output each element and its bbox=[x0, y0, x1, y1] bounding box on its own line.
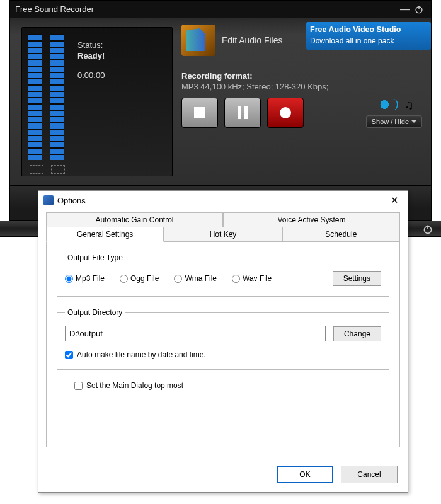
radio-wma-input[interactable] bbox=[174, 275, 182, 283]
vu-indicator bbox=[30, 165, 43, 174]
options-dialog: Options ✕ Automatic Gain Control Voice A… bbox=[38, 190, 408, 493]
radio-mp3-input[interactable] bbox=[65, 275, 73, 283]
pause-button[interactable] bbox=[224, 98, 261, 128]
radio-mp3[interactable]: Mp3 File bbox=[65, 274, 105, 283]
promo-line2: Download all in one pack bbox=[310, 37, 394, 45]
edit-audio-link[interactable]: Edit Audio Files bbox=[222, 35, 283, 45]
power-button-secondary[interactable] bbox=[421, 222, 435, 236]
power-button[interactable] bbox=[412, 3, 426, 16]
show-hide-dropdown[interactable]: Show / Hide bbox=[366, 115, 422, 128]
vu-bar-left bbox=[28, 34, 42, 160]
vu-bar-right bbox=[50, 34, 64, 160]
auto-filename-checkbox[interactable]: Auto make file name by date and time. bbox=[65, 350, 381, 359]
change-directory-button[interactable]: Change bbox=[333, 326, 381, 341]
output-file-type-group: Output File Type Mp3 File Ogg File Wma F… bbox=[57, 253, 389, 297]
auto-filename-input[interactable] bbox=[65, 351, 73, 359]
tab-vas[interactable]: Voice Active System bbox=[223, 212, 400, 227]
output-file-type-legend: Output File Type bbox=[65, 253, 125, 262]
radio-wav[interactable]: Wav File bbox=[232, 274, 272, 283]
recording-format-label: Recording format: bbox=[181, 71, 422, 81]
pause-icon bbox=[238, 106, 248, 119]
recording-format-value: MP3 44,100 kHz; Stereo; 128-320 Kbps; bbox=[181, 82, 422, 91]
dialog-close-button[interactable]: ✕ bbox=[386, 192, 403, 209]
status-value: Ready! bbox=[77, 51, 105, 60]
cancel-button[interactable]: Cancel bbox=[341, 466, 398, 483]
right-panel: Edit Audio Files Free Audio Video Studio… bbox=[173, 18, 431, 185]
stop-button[interactable] bbox=[181, 98, 218, 128]
output-directory-legend: Output Directory bbox=[65, 308, 125, 317]
titlebar: Free Sound Recorder — bbox=[10, 1, 431, 18]
status-label: Status: bbox=[77, 40, 105, 50]
vu-bars bbox=[28, 34, 65, 160]
window-title: Free Sound Recorder bbox=[15, 4, 398, 14]
radio-wav-input[interactable] bbox=[232, 275, 240, 283]
record-button[interactable] bbox=[267, 98, 304, 128]
ok-button[interactable]: OK bbox=[277, 466, 333, 483]
music-note-icon[interactable] bbox=[404, 98, 422, 112]
recording-time: 0:00:00 bbox=[77, 71, 105, 80]
stop-icon bbox=[194, 107, 205, 118]
dialog-app-icon bbox=[43, 195, 54, 205]
vu-indicator bbox=[51, 165, 65, 174]
main-body: Status: Ready! 0:00:00 Edit Audio Files … bbox=[10, 18, 431, 185]
vu-meter-panel: Status: Ready! 0:00:00 bbox=[21, 27, 173, 176]
volume-icon[interactable] bbox=[379, 98, 397, 112]
output-directory-input[interactable] bbox=[65, 326, 326, 341]
tab-general-settings[interactable]: General Settings bbox=[46, 227, 164, 242]
topmost-input[interactable] bbox=[74, 382, 83, 390]
output-directory-group: Output Directory Change Auto make file n… bbox=[57, 308, 389, 370]
record-icon bbox=[280, 107, 291, 118]
topmost-checkbox[interactable]: Set the Main Dialog top most bbox=[74, 381, 389, 390]
filetype-settings-button[interactable]: Settings bbox=[333, 271, 381, 286]
tab-hot-key[interactable]: Hot Key bbox=[164, 227, 282, 242]
tab-schedule[interactable]: Schedule bbox=[282, 227, 400, 242]
promo-line1: Free Audio Video Studio bbox=[310, 25, 401, 34]
dialog-title: Options bbox=[57, 196, 382, 205]
radio-wma[interactable]: Wma File bbox=[174, 274, 217, 283]
tab-agc[interactable]: Automatic Gain Control bbox=[46, 212, 223, 227]
promo-banner[interactable]: Free Audio Video Studio Download all in … bbox=[306, 22, 431, 50]
minimize-button[interactable]: — bbox=[398, 3, 412, 16]
radio-ogg-input[interactable] bbox=[120, 275, 128, 283]
edit-audio-icon bbox=[181, 25, 215, 56]
tab-content: Output File Type Mp3 File Ogg File Wma F… bbox=[46, 242, 400, 447]
main-window: Free Sound Recorder — Status: Ready! 0:0… bbox=[9, 0, 432, 220]
dialog-titlebar: Options ✕ bbox=[38, 191, 408, 210]
radio-ogg[interactable]: Ogg File bbox=[120, 274, 159, 283]
